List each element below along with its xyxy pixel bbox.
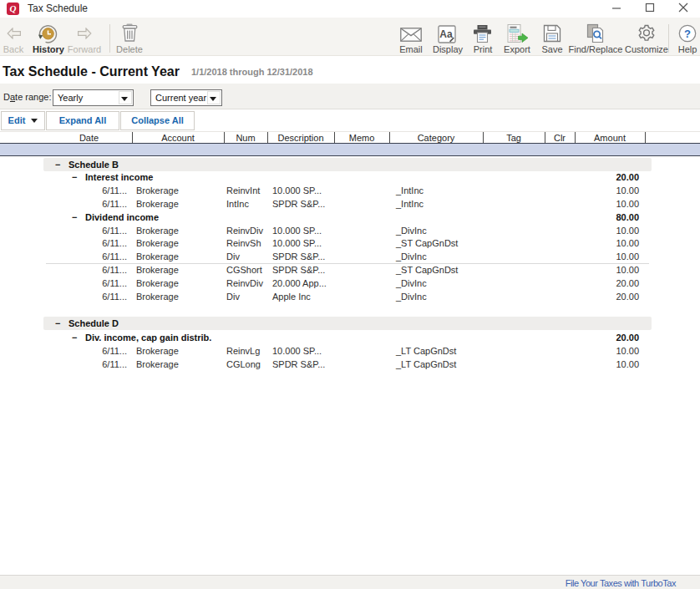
- svg-text:Aa: Aa: [439, 28, 453, 40]
- svg-text:?: ?: [684, 28, 691, 40]
